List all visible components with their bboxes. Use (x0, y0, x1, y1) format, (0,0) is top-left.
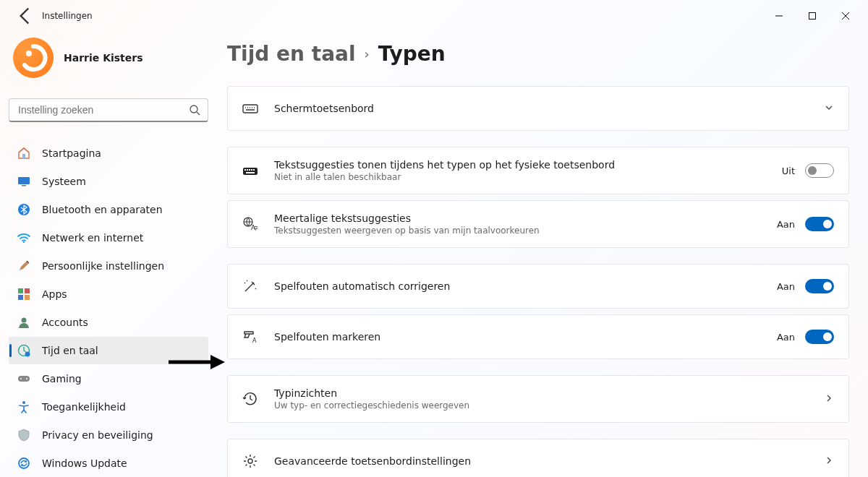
content-pane: Tijd en taal › Typen Schermtoetsenbord (217, 32, 868, 477)
svg-rect-4 (18, 177, 30, 184)
svg-point-16 (20, 378, 22, 379)
sidebar-nav: Startpagina Systeem Bluetooth en apparat… (9, 139, 208, 477)
home-icon (17, 147, 30, 160)
sidebar-item-label: Accounts (42, 317, 88, 328)
brush-icon (17, 259, 30, 272)
setting-row-autocorrect[interactable]: Spelfouten automatisch corrigeren Aan (227, 264, 849, 309)
svg-rect-15 (18, 376, 30, 382)
window-minimize-button[interactable] (762, 4, 796, 28)
sidebar-item-label: Tijd en taal (42, 345, 98, 356)
sidebar-item-personalization[interactable]: Persoonlijke instellingen (9, 252, 208, 280)
sidebar-item-time-language[interactable]: Tijd en taal (9, 337, 208, 364)
svg-rect-0 (809, 13, 816, 20)
gamepad-icon (17, 372, 30, 385)
sidebar-item-network[interactable]: Netwerk en internet (9, 224, 208, 252)
profile-name: Harrie Kisters (64, 52, 143, 64)
search-input[interactable] (17, 103, 189, 116)
breadcrumb-parent[interactable]: Tijd en taal (227, 42, 356, 66)
accessibility-icon (17, 400, 30, 413)
setting-row-highlight-misspelled[interactable]: A Spelfouten markeren Aan (227, 314, 849, 359)
sidebar-item-accessibility[interactable]: Toegankelijkheid (9, 393, 208, 421)
window-close-button[interactable] (829, 4, 862, 28)
toggle-switch[interactable] (805, 279, 834, 293)
chevron-right-icon (824, 393, 834, 405)
shield-icon (17, 429, 30, 442)
window-title: Instellingen (42, 11, 93, 21)
system-icon (17, 175, 30, 188)
svg-point-18 (22, 401, 25, 404)
sidebar: Harrie Kisters Startpagina Systeem Bluet… (0, 32, 217, 477)
breadcrumb-current: Typen (378, 42, 446, 66)
sidebar-item-system[interactable]: Systeem (9, 168, 208, 195)
sidebar-item-label: Toegankelijkheid (42, 401, 126, 413)
sidebar-item-apps[interactable]: Apps (9, 280, 208, 308)
svg-rect-20 (243, 105, 258, 113)
setting-row-text-suggestions[interactable]: Tekstsuggesties tonen tijdens het typen … (227, 147, 849, 194)
setting-row-advanced-keyboard[interactable]: Geavanceerde toetsenbordinstellingen (227, 439, 849, 477)
sidebar-item-label: Systeem (42, 176, 86, 187)
search-input-wrapper[interactable] (9, 98, 208, 122)
svg-point-12 (22, 318, 27, 323)
chevron-right-icon: › (365, 46, 370, 61)
window-maximize-button[interactable] (796, 4, 829, 28)
gear-icon (242, 453, 258, 469)
wand-icon (242, 278, 258, 294)
setting-title: Geavanceerde toetsenbordinstellingen (274, 455, 808, 467)
sidebar-item-bluetooth[interactable]: Bluetooth en apparaten (9, 196, 208, 223)
setting-title: Spelfouten automatisch corrigeren (274, 280, 761, 292)
history-icon (242, 391, 258, 407)
clock-globe-icon (17, 344, 30, 357)
profile[interactable]: Harrie Kisters (9, 32, 208, 85)
svg-point-17 (26, 378, 27, 379)
svg-text:A: A (252, 338, 257, 344)
sidebar-item-home[interactable]: Startpagina (9, 139, 208, 167)
wifi-icon (17, 231, 30, 244)
sidebar-item-label: Persoonlijke instellingen (42, 260, 164, 272)
back-button[interactable] (14, 6, 35, 26)
svg-rect-8 (18, 288, 23, 293)
search-icon (189, 104, 200, 116)
sidebar-item-label: Bluetooth en apparaten (42, 204, 163, 215)
svg-rect-24 (249, 169, 250, 171)
sidebar-item-label: Apps (42, 288, 67, 300)
svg-point-32 (248, 459, 252, 463)
highlight-icon: A (242, 329, 258, 345)
toggle-switch[interactable] (805, 163, 834, 178)
sidebar-item-windows-update[interactable]: Windows Update (9, 450, 208, 477)
setting-title: Typinzichten (274, 387, 808, 399)
bluetooth-icon (17, 203, 30, 216)
sidebar-item-privacy[interactable]: Privacy en beveiliging (9, 421, 208, 449)
svg-point-7 (23, 241, 25, 243)
sidebar-item-accounts[interactable]: Accounts (9, 309, 208, 336)
toggle-switch[interactable] (805, 330, 834, 344)
chevron-right-icon (824, 455, 834, 468)
setting-subtitle: Tekstsuggesten weergeven op basis van mi… (274, 225, 761, 236)
setting-title: Spelfouten markeren (274, 331, 761, 343)
setting-row-multilingual-suggestions[interactable]: A字 Meertalige tekstsuggesties Tekstsugge… (227, 200, 849, 248)
setting-row-onscreen-keyboard[interactable]: Schermtoetsenbord (227, 86, 849, 131)
setting-row-typing-insights[interactable]: Typinzichten Uw typ- en correctiegeschie… (227, 375, 849, 423)
svg-rect-11 (25, 295, 30, 300)
svg-rect-27 (246, 172, 255, 173)
svg-point-19 (19, 458, 29, 468)
svg-point-1 (26, 51, 32, 56)
svg-rect-25 (251, 169, 252, 171)
sidebar-item-label: Startpagina (42, 147, 101, 159)
toggle-state-label: Aan (777, 219, 795, 230)
avatar (13, 38, 54, 78)
sidebar-item-gaming[interactable]: Gaming (9, 365, 208, 392)
toggle-state-label: Aan (777, 332, 795, 343)
person-icon (17, 316, 30, 329)
sidebar-item-label: Windows Update (42, 457, 127, 469)
svg-rect-23 (247, 169, 248, 171)
keyboard-solid-icon (242, 163, 258, 179)
svg-text:字: 字 (254, 225, 258, 231)
apps-icon (17, 288, 30, 301)
setting-title: Schermtoetsenbord (274, 103, 808, 114)
svg-rect-5 (22, 185, 26, 186)
svg-rect-22 (244, 169, 246, 171)
chevron-down-icon (824, 103, 834, 115)
toggle-switch[interactable] (805, 217, 834, 231)
sidebar-item-label: Privacy en beveiliging (42, 429, 153, 441)
setting-subtitle: Niet in alle talen beschikbaar (274, 172, 766, 182)
